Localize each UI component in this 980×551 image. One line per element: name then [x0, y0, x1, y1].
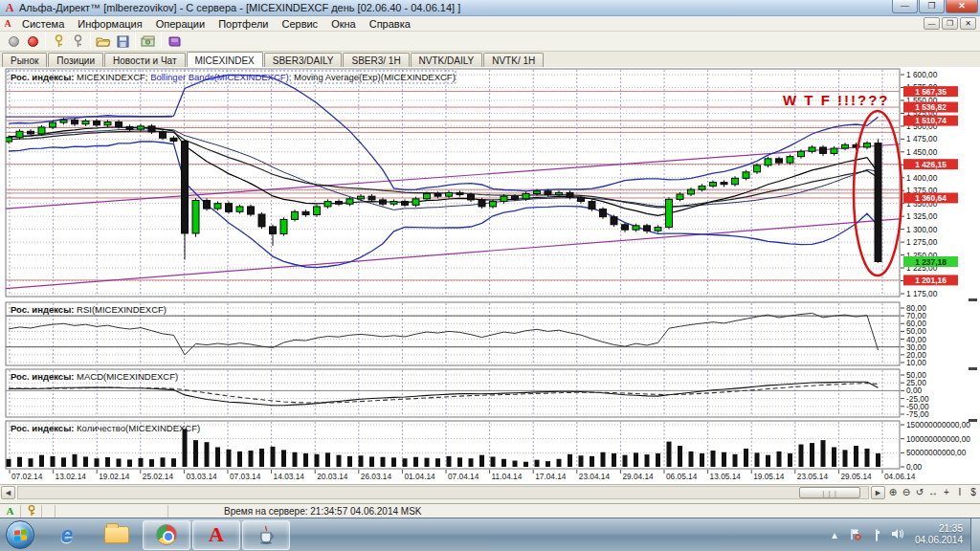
disconnect-icon[interactable] [4, 33, 23, 50]
connect-icon[interactable] [23, 33, 42, 50]
menu-item-справка[interactable]: Справка [363, 17, 417, 31]
scroll-right-button[interactable]: ► [871, 486, 885, 499]
open-icon[interactable] [94, 33, 113, 50]
svg-text:07.03.14: 07.03.14 [230, 472, 261, 481]
action-center-flag-icon[interactable] [848, 528, 863, 542]
crypto-key-icon [21, 505, 42, 518]
svg-text:1 300,00: 1 300,00 [906, 225, 938, 234]
chart-canvas[interactable]: 1 600,001 575,001 550,001 525,001 500,00… [0, 67, 980, 484]
svg-text:19.02.14: 19.02.14 [99, 472, 130, 481]
svg-text:13.02.14: 13.02.14 [56, 472, 87, 481]
java-icon [256, 524, 276, 545]
tab-micexindex[interactable]: MICEXINDEX [187, 52, 263, 67]
windows-explorer-icon [104, 526, 129, 543]
mdi-close-button[interactable]: ✕ [960, 17, 976, 30]
svg-text:23.05.14: 23.05.14 [797, 472, 829, 481]
undo-zoom-icon[interactable]: ↺ [913, 486, 926, 499]
show-desktop-button[interactable] [970, 518, 980, 551]
svg-text:06.05.14: 06.05.14 [666, 472, 698, 481]
status-bar: А Время на сервере: 21:34:57 04.06.2014 … [0, 503, 980, 518]
zoom-in-icon[interactable]: ⊕ [886, 486, 900, 499]
taskbar-item-java[interactable] [242, 520, 290, 550]
portfolio-money-icon[interactable] [139, 33, 158, 50]
speaker-icon[interactable] [890, 528, 905, 541]
close-button[interactable]: ✕ [946, 0, 978, 13]
svg-text:-75,00: -75,00 [906, 409, 929, 419]
svg-text:1 510,74: 1 510,74 [915, 116, 947, 125]
tab-позиции[interactable]: Позиции [48, 53, 103, 67]
help-book-icon[interactable] [165, 33, 184, 50]
svg-text:50000000000,00: 50000000000,00 [906, 448, 967, 457]
menu-item-сервис[interactable]: Сервис [275, 17, 324, 31]
alfa-direct-icon: А [209, 525, 224, 544]
svg-text:01.04.14: 01.04.14 [404, 472, 435, 481]
mdi-restore-button[interactable]: ❐ [942, 17, 958, 30]
menu-bar: А СистемаИнформацияОперацииПортфелиСерви… [0, 16, 980, 32]
taskbar: e А ▲ 21:35 04.06.2014 [0, 518, 980, 551]
taskbar-item-internet-explorer[interactable]: e [43, 520, 91, 550]
svg-text:100000000000,00: 100000000000,00 [906, 434, 970, 444]
svg-text:Рос. индексы: Количество(MICEX: Рос. индексы: Количество(MICEXINDEXCF) [11, 423, 200, 433]
app-icon: А [3, 1, 16, 15]
minimize-button[interactable]: — [892, 0, 918, 13]
svg-text:1 536,82: 1 536,82 [915, 102, 947, 112]
svg-text:1 600,00: 1 600,00 [906, 70, 938, 79]
maximize-button[interactable]: ❐ [919, 0, 945, 13]
svg-text:0,00: 0,00 [906, 462, 923, 472]
svg-text:1 450,00: 1 450,00 [906, 147, 938, 157]
tab-рынок[interactable]: Рынок [2, 53, 47, 67]
price-chart-svg[interactable]: 1 600,001 575,001 550,001 525,001 500,00… [0, 67, 980, 484]
fit-width-icon[interactable]: ↔ [926, 486, 940, 499]
svg-text:150000000000,00: 150000000000,00 [906, 420, 970, 430]
toolbar-separator [90, 33, 91, 49]
scrollbar-thumb[interactable]: | | | [799, 487, 860, 498]
tab-sber3-1h[interactable]: SBER3/ 1H [343, 53, 409, 67]
cursor-mode-icon[interactable]: I [953, 486, 967, 499]
clock-time: 21:35 [915, 523, 963, 535]
clock-date: 04.06.2014 [915, 535, 963, 546]
menu-item-операции[interactable]: Операции [149, 17, 212, 31]
key-gold-icon[interactable] [49, 33, 68, 50]
menu-item-система[interactable]: Система [15, 17, 71, 31]
tab-bar: РынокПозицииНовости и ЧатMICEXINDEXSBER3… [0, 52, 980, 67]
internet-explorer-icon: e [61, 522, 74, 548]
svg-text:07.04.14: 07.04.14 [448, 472, 479, 481]
connection-status-icon: А [7, 505, 14, 517]
toolbar [0, 32, 980, 52]
window-titlebar[interactable]: А Альфа-Директ™ [mlberezovikov] - С серв… [0, 0, 980, 16]
tab-новости-и-чат[interactable]: Новости и Чат [104, 53, 185, 67]
svg-text:Рос. индексы: RSI(MICEXINDEXCF: Рос. индексы: RSI(MICEXINDEXCF) [11, 304, 167, 315]
save-icon[interactable] [113, 33, 132, 50]
window-title: Альфа-Директ™ [mlberezovikov] - С сервер… [19, 2, 460, 13]
mdi-minimize-button[interactable]: — [924, 17, 940, 30]
scrollbar-track[interactable]: | | | [17, 486, 869, 499]
show-hidden-icons-button[interactable]: ▲ [827, 530, 842, 540]
svg-text:26.03.14: 26.03.14 [361, 472, 392, 481]
battery-icon[interactable] [869, 530, 884, 540]
menu-item-информация[interactable]: Информация [71, 17, 148, 31]
svg-text:1 275,00: 1 275,00 [906, 237, 938, 247]
menu-item-окна[interactable]: Окна [324, 17, 363, 31]
tab-nvtk-1h[interactable]: NVTK/ 1H [483, 53, 544, 67]
crosshair-icon[interactable]: + [940, 486, 953, 499]
start-button[interactable] [6, 520, 34, 549]
toolbar-separator [135, 33, 136, 49]
chart-hscroll-row: ◄ | | | ► ⊕⊖↺↔+I$ [0, 484, 980, 500]
scroll-left-button[interactable]: ◄ [1, 486, 15, 499]
tab-sber3-daily[interactable]: SBER3/DAILY [264, 53, 343, 67]
svg-text:20.03.14: 20.03.14 [317, 472, 348, 481]
svg-text:29.04.14: 29.04.14 [622, 472, 654, 481]
taskbar-item-chrome[interactable] [143, 520, 190, 550]
zoom-out-icon[interactable]: ⊖ [900, 486, 913, 499]
svg-text:Рос. индексы: MICEXINDEXCF; Bo: Рос. индексы: MICEXINDEXCF; Bollinger Ba… [11, 72, 456, 82]
tab-nvtk-daily[interactable]: NVTK/DAILY [411, 53, 483, 67]
refresh-icon[interactable]: $ [967, 486, 980, 499]
svg-text:1 475,00: 1 475,00 [906, 134, 938, 143]
key-gray-icon[interactable] [68, 33, 87, 50]
taskbar-item-windows-explorer[interactable] [93, 520, 141, 550]
svg-text:1 175,00: 1 175,00 [906, 289, 938, 298]
menu-item-портфели[interactable]: Портфели [212, 17, 275, 31]
taskbar-item-alfa-direct[interactable]: А [192, 520, 240, 550]
taskbar-clock[interactable]: 21:35 04.06.2014 [915, 523, 963, 546]
toolbar-separator [161, 33, 162, 49]
